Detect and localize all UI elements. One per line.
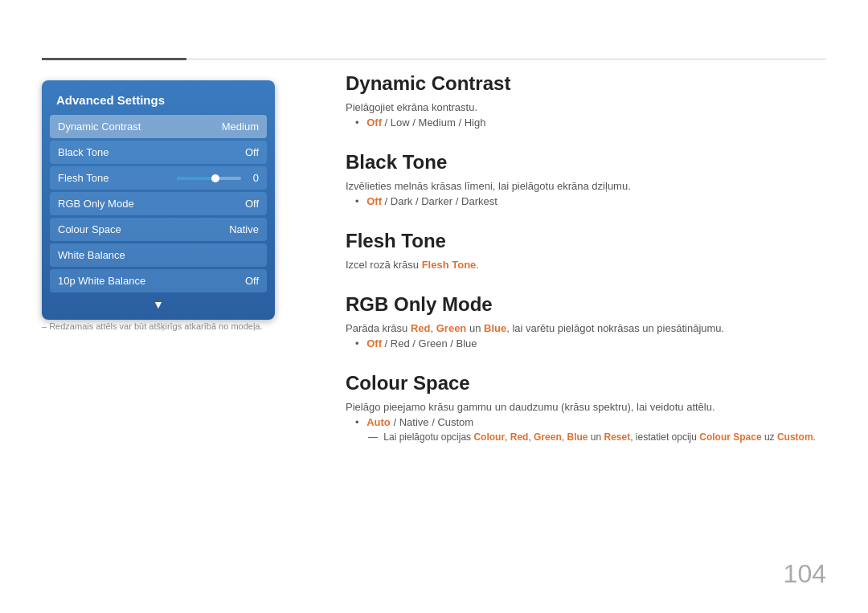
opt-colour-space: Colour Space [699, 431, 761, 443]
section-black-tone: Black Tone Izvēlieties melnās krāsas līm… [346, 151, 826, 207]
menu-item-colour-space[interactable]: Colour Space Native [50, 218, 267, 241]
menu-item-value: Native [229, 223, 259, 235]
menu-item-black-tone[interactable]: Black Tone Off [50, 141, 267, 164]
opt-reset: Reset [604, 431, 631, 443]
menu-item-value: Off [245, 198, 259, 210]
opt-darkest: Darkest [461, 195, 497, 207]
opt-sep: / [412, 337, 418, 349]
flesh-tone-label: Flesh Tone [58, 172, 108, 184]
menu-item-label: 10p White Balance [58, 275, 145, 287]
menu-item-label: White Balance [58, 249, 125, 261]
opt-native: Native [399, 416, 429, 428]
menu-item-value: Off [245, 275, 259, 287]
opt-red: Red [510, 431, 529, 443]
opt-off: Off [366, 195, 382, 207]
section-flesh-tone: Flesh Tone Izcel rozā krāsu Flesh Tone. [346, 230, 826, 271]
menu-item-rgb-only-mode[interactable]: RGB Only Mode Off [50, 192, 267, 215]
opt-custom: Custom [777, 431, 813, 443]
section-colour-space: Colour Space Pielāgo pieejamo krāsu gamm… [346, 372, 826, 443]
menu-item-dynamic-contrast[interactable]: Dynamic Contrast Medium [50, 115, 267, 138]
opt-auto: Auto [366, 416, 391, 428]
opt-custom: Custom [437, 416, 473, 428]
opt-green: Green [534, 431, 562, 443]
slider-thumb [211, 174, 219, 182]
opt-dark: Dark [391, 195, 412, 207]
opt-colour: Colour [473, 431, 505, 443]
opt-sep: / [412, 116, 418, 129]
left-panel: Advanced Settings Dynamic Contrast Mediu… [42, 80, 275, 320]
opt-off: Off [366, 337, 382, 349]
opt-green: Green [419, 337, 448, 349]
opt-sep: / [456, 195, 461, 207]
advanced-settings-title: Advanced Settings [50, 88, 267, 115]
dropdown-arrow[interactable]: ▼ [50, 297, 267, 312]
section-title-black-tone: Black Tone [346, 151, 826, 174]
section-desc-dynamic-contrast: Pielāgojiet ekrāna kontrastu. [346, 101, 826, 113]
colour-space-subnote: ― Lai pielāgotu opcijas Colour, Red, Gre… [368, 431, 826, 443]
top-line-dark [42, 58, 186, 60]
opt-sep: / [385, 195, 391, 207]
opt-darker: Darker [421, 195, 452, 207]
section-options-rgb-only-mode: • Off / Red / Green / Blue [355, 337, 826, 349]
flesh-tone-value: 0 [246, 172, 259, 184]
chevron-down-icon: ▼ [153, 298, 164, 311]
menu-item-value: Medium [222, 121, 259, 133]
opt-sep: / [385, 337, 391, 349]
menu-item-label: Black Tone [58, 146, 108, 158]
section-title-dynamic-contrast: Dynamic Contrast [346, 72, 826, 95]
sidebar-note: – Redzamais attēls var būt atšķirīgs atk… [42, 321, 263, 331]
opt-sep: / [450, 337, 456, 349]
section-title-flesh-tone: Flesh Tone [346, 230, 826, 252]
bullet-dot: • [355, 195, 359, 207]
opt-sep: / [458, 116, 464, 129]
page-number: 104 [784, 559, 826, 589]
menu-item-white-balance[interactable]: White Balance [50, 243, 267, 267]
bullet-dot: • [355, 416, 359, 428]
opt-sep: / [393, 416, 399, 428]
flesh-tone-slider-area: 0 [177, 172, 259, 184]
section-desc-black-tone: Izvēlieties melnās krāsas līmeni, lai pi… [346, 180, 826, 192]
menu-item-label: Dynamic Contrast [58, 121, 141, 133]
opt-high: High [465, 116, 486, 129]
opt-low: Low [391, 116, 410, 129]
right-content: Dynamic Contrast Pielāgojiet ekrāna kont… [346, 72, 826, 465]
flesh-tone-link: Flesh Tone [422, 259, 477, 271]
menu-item-10p-white-balance[interactable]: 10p White Balance Off [50, 269, 267, 292]
slider-fill [177, 177, 212, 180]
section-desc-flesh-tone: Izcel rozā krāsu Flesh Tone. [346, 259, 826, 271]
opt-red: Red [411, 322, 431, 334]
section-rgb-only-mode: RGB Only Mode Parāda krāsu Red, Green un… [346, 293, 826, 349]
bullet-dot: • [355, 337, 359, 349]
top-line-light [186, 59, 826, 59]
top-decoration [42, 58, 826, 60]
menu-item-label: RGB Only Mode [58, 198, 134, 210]
opt-medium: Medium [419, 116, 456, 129]
opt-red: Red [391, 337, 410, 349]
bullet-dot: • [355, 116, 359, 129]
section-options-dynamic-contrast: • Off / Low / Medium / High [355, 116, 826, 129]
opt-off: Off [366, 116, 382, 129]
section-title-colour-space: Colour Space [346, 372, 826, 394]
section-desc-colour-space: Pielāgo pieejamo krāsu gammu un daudzumu… [346, 401, 826, 413]
section-options-colour-space: • Auto / Native / Custom [355, 416, 826, 428]
section-title-rgb-only-mode: RGB Only Mode [346, 293, 826, 316]
slider-track[interactable] [177, 177, 241, 180]
section-desc-rgb-only-mode: Parāda krāsu Red, Green un Blue, lai var… [346, 322, 826, 334]
section-dynamic-contrast: Dynamic Contrast Pielāgojiet ekrāna kont… [346, 72, 826, 129]
opt-green: Green [436, 322, 467, 334]
em-dash: ― [368, 431, 378, 443]
opt-blue: Blue [484, 322, 506, 334]
section-options-black-tone: • Off / Dark / Darker / Darkest [355, 195, 826, 207]
opt-sep: / [385, 116, 391, 129]
menu-item-value: Off [245, 146, 259, 158]
advanced-settings-box: Advanced Settings Dynamic Contrast Mediu… [42, 80, 275, 320]
menu-item-flesh-tone[interactable]: Flesh Tone 0 [50, 166, 267, 190]
opt-blue: Blue [567, 431, 588, 443]
opt-blue: Blue [457, 337, 477, 349]
menu-item-label: Colour Space [58, 223, 121, 235]
